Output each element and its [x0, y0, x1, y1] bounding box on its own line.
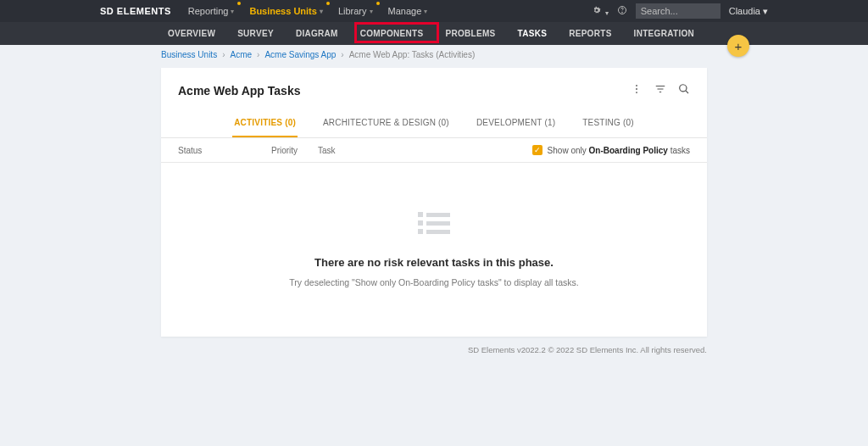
- notification-dot-icon: [326, 2, 330, 5]
- nav-library[interactable]: Library ▾: [333, 3, 378, 20]
- chevron-down-icon: ▾: [763, 6, 768, 17]
- tab-problems[interactable]: PROBLEMS: [437, 24, 504, 43]
- nav-reporting-label: Reporting: [188, 6, 229, 16]
- phase-tab-testing[interactable]: TESTING (0): [581, 109, 636, 137]
- search-icon[interactable]: [678, 83, 690, 98]
- tab-survey[interactable]: SURVEY: [229, 24, 282, 43]
- nav-manage[interactable]: Manage ▾: [383, 3, 433, 20]
- more-icon[interactable]: [631, 83, 643, 98]
- notification-dot-icon: [237, 2, 241, 5]
- breadcrumb-business-units[interactable]: Business Units: [161, 50, 217, 59]
- tab-tasks[interactable]: TASKS: [509, 24, 556, 43]
- help-icon[interactable]: [617, 5, 627, 18]
- user-name: Claudia: [729, 6, 760, 16]
- nav-business-units-label: Business Units: [249, 6, 316, 16]
- column-task: Task: [318, 146, 386, 155]
- nav-reporting[interactable]: Reporting ▾: [183, 3, 240, 20]
- svg-point-2: [636, 85, 637, 86]
- nav-business-units[interactable]: Business Units ▾: [244, 3, 327, 20]
- breadcrumb-acme[interactable]: Acme: [230, 50, 252, 59]
- footer-copyright: SD Elements v2022.2 © 2022 SD Elements I…: [0, 337, 868, 354]
- chevron-down-icon: ▾: [320, 8, 323, 15]
- phase-tab-architecture[interactable]: ARCHITECTURE & DESIGN (0): [321, 109, 451, 137]
- brand-logo[interactable]: SD ELEMENTS: [7, 6, 183, 16]
- chevron-down-icon: ▾: [231, 8, 234, 15]
- phase-tab-development[interactable]: DEVELOPMENT (1): [475, 109, 557, 137]
- chevron-down-icon: ▾: [424, 8, 427, 15]
- tab-integration[interactable]: INTEGRATION: [626, 24, 703, 43]
- chevron-right-icon: ›: [222, 50, 225, 59]
- notification-dot-icon: [376, 2, 380, 5]
- breadcrumb-current: Acme Web App: Tasks (Activities): [349, 50, 476, 59]
- svg-point-4: [636, 92, 637, 93]
- empty-list-icon: [418, 212, 450, 237]
- column-priority: Priority: [271, 146, 318, 155]
- tab-diagram[interactable]: DIAGRAM: [287, 24, 347, 43]
- nav-library-label: Library: [338, 6, 367, 16]
- tab-reports[interactable]: REPORTS: [560, 24, 620, 43]
- phase-tab-activities[interactable]: ACTIVITIES (0): [232, 109, 298, 137]
- search-input[interactable]: [636, 3, 721, 19]
- onboarding-filter-checkbox[interactable]: ✓: [532, 145, 542, 155]
- gear-icon[interactable]: ▾: [592, 5, 608, 18]
- chevron-right-icon: ›: [341, 50, 343, 59]
- page-title: Acme Web App Tasks: [178, 84, 300, 98]
- breadcrumb-acme-savings[interactable]: Acme Savings App: [264, 50, 336, 59]
- chevron-down-icon: ▾: [370, 8, 373, 15]
- svg-point-3: [636, 88, 637, 90]
- tab-overview[interactable]: OVERVIEW: [159, 24, 224, 43]
- user-menu[interactable]: Claudia ▾: [729, 6, 768, 17]
- chevron-right-icon: ›: [257, 50, 259, 59]
- highlight-annotation: [354, 22, 439, 43]
- empty-title: There are no risk relevant tasks in this…: [161, 256, 707, 269]
- plus-icon: +: [735, 39, 743, 53]
- onboarding-filter-label: Show only On-Boarding Policy tasks: [548, 146, 690, 155]
- filter-icon[interactable]: [654, 83, 666, 98]
- svg-point-1: [621, 12, 622, 13]
- nav-manage-label: Manage: [388, 6, 422, 16]
- empty-hint: Try deselecting "Show only On-Boarding P…: [161, 277, 707, 287]
- add-button[interactable]: +: [727, 35, 749, 57]
- column-status: Status: [178, 146, 271, 155]
